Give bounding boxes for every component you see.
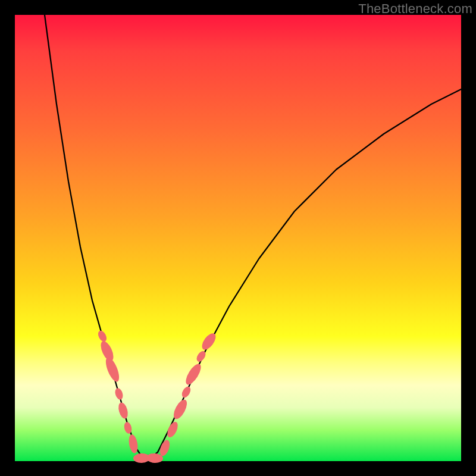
curve-right-branch — [149, 89, 461, 459]
curve-marker — [171, 397, 189, 421]
chart-stage: TheBottleneck.com — [0, 0, 476, 476]
curve-marker — [114, 387, 124, 401]
curve-marker — [165, 420, 180, 439]
curve-marker — [123, 421, 133, 434]
curve-marker — [96, 329, 108, 343]
curve-marker — [183, 362, 204, 387]
curve-marker — [117, 402, 129, 420]
curve-marker — [199, 331, 218, 352]
curve-marker — [180, 385, 192, 399]
curve-layer — [15, 15, 461, 461]
plot-area — [15, 15, 461, 461]
marker-layer — [96, 329, 218, 464]
curve-left-branch — [45, 15, 149, 459]
